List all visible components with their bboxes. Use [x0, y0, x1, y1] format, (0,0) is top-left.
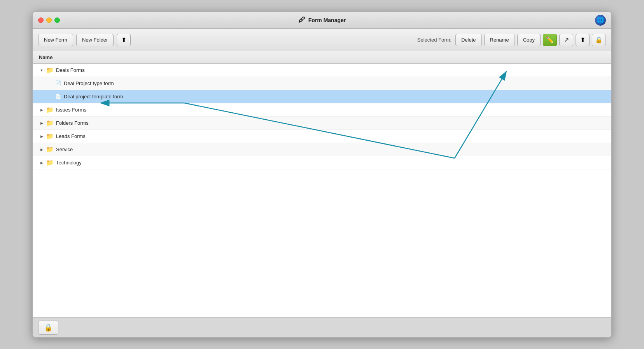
tree-row-label: Technology — [56, 160, 82, 166]
tree-row-selected[interactable]: ▶ 📄 Deal project template form — [33, 90, 611, 103]
folder-icon: 📁 — [46, 159, 54, 166]
copy-button[interactable]: Copy — [517, 34, 541, 46]
tree-row-label: Deals Forms — [56, 67, 85, 73]
folder-icon: 📁 — [46, 146, 54, 153]
content-area: Name ▼ 📁 Deals Forms ▶ 📄 Deal Project ty… — [33, 51, 611, 317]
tree-row[interactable]: ▶ 📄 Deal Project type form — [33, 77, 611, 90]
tree-list[interactable]: ▼ 📁 Deals Forms ▶ 📄 Deal Project type fo… — [33, 64, 611, 317]
delete-button[interactable]: Delete — [455, 34, 482, 46]
folder-icon: 📁 — [46, 119, 54, 127]
expand-toggle[interactable]: ▶ — [39, 107, 44, 113]
folder-icon: 📁 — [46, 66, 54, 74]
lock-small-button[interactable]: 🔒 — [592, 34, 606, 46]
tree-row-label: Leads Forms — [56, 133, 86, 139]
tree-row[interactable]: ▼ 📁 Deals Forms — [33, 64, 611, 77]
tree-row-label: Folders Forms — [56, 120, 89, 126]
close-button[interactable] — [38, 17, 44, 23]
lock-button[interactable]: 🔒 — [38, 321, 58, 335]
tree-row-label: Service — [56, 147, 73, 152]
edit-pen-button[interactable]: ✏️ — [543, 34, 557, 46]
undo-button[interactable]: ⬆ — [576, 34, 590, 46]
tree-row-label: Deal Project type form — [64, 80, 114, 86]
rename-button[interactable]: Rename — [484, 34, 515, 46]
tree-row-label: Deal project template form — [64, 94, 123, 99]
expand-toggle[interactable]: ▶ — [39, 147, 44, 152]
expand-toggle[interactable]: ▶ — [39, 120, 44, 126]
title-bar: 🖊 Form Manager 🌐 — [33, 12, 611, 29]
tree-row[interactable]: ▶ 📁 Service — [33, 143, 611, 156]
bottom-bar: 🔒 — [33, 317, 611, 337]
tree-row[interactable]: ▶ 📁 Folders Forms — [33, 117, 611, 130]
file-icon: 📄 — [55, 80, 61, 86]
selected-form-label: Selected Form: — [417, 37, 452, 43]
new-form-button[interactable]: New Form — [38, 34, 73, 46]
back-button[interactable]: ⬆ — [117, 34, 131, 46]
new-folder-button[interactable]: New Folder — [76, 34, 114, 46]
table-header: Name — [33, 51, 611, 64]
globe-button[interactable]: 🌐 — [595, 15, 606, 26]
tree-row-label: Issues Forms — [56, 107, 86, 113]
expand-toggle[interactable]: ▶ — [39, 160, 44, 166]
window-title: 🖊 Form Manager — [298, 16, 346, 24]
collapse-toggle[interactable]: ▼ — [39, 68, 44, 73]
expand-toggle[interactable]: ▶ — [39, 134, 44, 139]
tree-row[interactable]: ▶ 📁 Technology — [33, 156, 611, 169]
folder-icon: 📁 — [46, 133, 54, 140]
toolbar-right-section: Selected Form: Delete Rename Copy ✏️ ↗ ⬆… — [417, 34, 606, 46]
file-icon: 📄 — [55, 94, 61, 99]
export-button[interactable]: ↗ — [559, 34, 573, 46]
maximize-button[interactable] — [54, 17, 60, 23]
tree-row[interactable]: ▶ 📁 Leads Forms — [33, 130, 611, 143]
tree-row[interactable]: ▶ 📁 Issues Forms — [33, 103, 611, 117]
form-manager-icon: 🖊 — [298, 16, 305, 24]
traffic-lights — [38, 17, 60, 23]
folder-icon: 📁 — [46, 106, 54, 113]
minimize-button[interactable] — [46, 17, 52, 23]
main-window: 🖊 Form Manager 🌐 New Form New Folder ⬆ S… — [32, 11, 612, 338]
toolbar: New Form New Folder ⬆ Selected Form: Del… — [33, 29, 611, 51]
